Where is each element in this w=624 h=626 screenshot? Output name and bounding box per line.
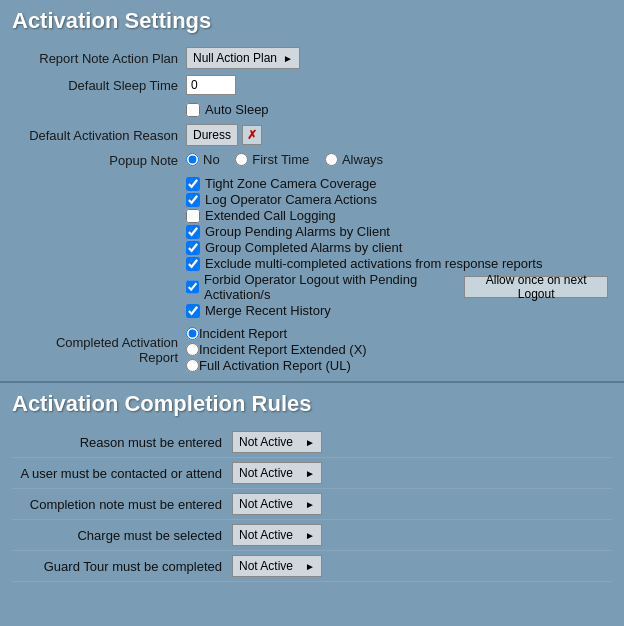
popup-note-always-label: Always <box>342 152 383 167</box>
completion-row-arrow: ► <box>305 437 315 448</box>
report-note-dropdown-arrow: ► <box>283 53 293 64</box>
report-note-action-plan-dropdown[interactable]: Null Action Plan ► <box>186 47 300 69</box>
merge-recent-label: Merge Recent History <box>205 303 331 318</box>
activation-settings-title: Activation Settings <box>12 8 612 34</box>
completion-rules-container: Reason must be entered Not Active ► A us… <box>12 427 612 582</box>
completion-row: Completion note must be entered Not Acti… <box>12 489 612 520</box>
group-pending-label: Group Pending Alarms by Client <box>205 224 390 239</box>
log-operator-label: Log Operator Camera Actions <box>205 192 377 207</box>
merge-recent-checkbox[interactable] <box>186 304 200 318</box>
completion-row-label: Guard Tour must be completed <box>12 559 232 574</box>
incident-report-label: Incident Report <box>199 326 287 341</box>
clear-activation-reason-button[interactable]: ✗ <box>242 125 262 145</box>
completion-row-label: Completion note must be entered <box>12 497 232 512</box>
log-operator-checkbox[interactable] <box>186 193 200 207</box>
auto-sleep-spacer <box>12 98 182 121</box>
completion-row-arrow: ► <box>305 468 315 479</box>
forbid-operator-checkbox[interactable] <box>186 280 199 294</box>
completion-row-value: Not Active <box>239 497 293 511</box>
completion-row-value: Not Active <box>239 435 293 449</box>
auto-sleep-label: Auto Sleep <box>205 102 269 117</box>
report-note-action-plan-value: Null Action Plan <box>193 51 277 65</box>
popup-note-firsttime-option[interactable]: First Time <box>235 152 309 167</box>
completion-row-arrow: ► <box>305 499 315 510</box>
completion-row-value: Not Active <box>239 559 293 573</box>
exclude-multi-label: Exclude multi-completed activations from… <box>205 256 542 271</box>
tight-zone-label: Tight Zone Camera Coverage <box>205 176 377 191</box>
completion-row: Charge must be selected Not Active ► <box>12 520 612 551</box>
completion-row-label: Charge must be selected <box>12 528 232 543</box>
popup-note-no-label: No <box>203 152 220 167</box>
popup-note-firsttime-radio[interactable] <box>235 153 248 166</box>
popup-note-firsttime-label: First Time <box>252 152 309 167</box>
popup-note-always-radio[interactable] <box>325 153 338 166</box>
completed-activation-report-label: Completed Activation Report <box>12 322 182 377</box>
default-activation-reason-dropdown[interactable]: Duress <box>186 124 238 146</box>
tight-zone-checkbox[interactable] <box>186 177 200 191</box>
completion-row-dropdown[interactable]: Not Active ► <box>232 431 322 453</box>
incident-report-radio[interactable] <box>186 327 199 340</box>
checkboxes-spacer <box>12 172 182 322</box>
exclude-multi-checkbox[interactable] <box>186 257 200 271</box>
allow-once-label: Allow once on next Logout <box>473 273 599 301</box>
completion-row-value: Not Active <box>239 528 293 542</box>
full-activation-report-label: Full Activation Report (UL) <box>199 358 351 373</box>
group-completed-label: Group Completed Alarms by client <box>205 240 402 255</box>
default-sleep-time-label: Default Sleep Time <box>12 72 182 98</box>
completion-row: Reason must be entered Not Active ► <box>12 427 612 458</box>
incident-report-extended-radio[interactable] <box>186 343 199 356</box>
incident-report-extended-label: Incident Report Extended (X) <box>199 342 367 357</box>
completion-row-dropdown[interactable]: Not Active ► <box>232 555 322 577</box>
extended-call-label: Extended Call Logging <box>205 208 336 223</box>
completion-row-dropdown[interactable]: Not Active ► <box>232 524 322 546</box>
completion-row-value: Not Active <box>239 466 293 480</box>
report-note-label: Report Note Action Plan <box>12 44 182 72</box>
default-activation-reason-value: Duress <box>193 128 231 142</box>
popup-note-no-radio[interactable] <box>186 153 199 166</box>
default-sleep-time-input[interactable] <box>186 75 236 95</box>
completion-row-label: Reason must be entered <box>12 435 232 450</box>
completion-row-arrow: ► <box>305 561 315 572</box>
allow-once-button[interactable]: Allow once on next Logout <box>464 276 608 298</box>
completion-row-dropdown[interactable]: Not Active ► <box>232 493 322 515</box>
completion-row-arrow: ► <box>305 530 315 541</box>
popup-note-always-option[interactable]: Always <box>325 152 383 167</box>
extended-call-checkbox[interactable] <box>186 209 200 223</box>
popup-note-label: Popup Note <box>12 149 182 172</box>
auto-sleep-checkbox[interactable] <box>186 103 200 117</box>
completion-row: Guard Tour must be completed Not Active … <box>12 551 612 582</box>
full-activation-report-radio[interactable] <box>186 359 199 372</box>
group-completed-checkbox[interactable] <box>186 241 200 255</box>
completion-row: A user must be contacted or attend Not A… <box>12 458 612 489</box>
default-activation-reason-label: Default Activation Reason <box>12 121 182 149</box>
completion-row-label: A user must be contacted or attend <box>12 466 232 481</box>
completion-row-dropdown[interactable]: Not Active ► <box>232 462 322 484</box>
completion-rules-title: Activation Completion Rules <box>12 391 612 417</box>
group-pending-checkbox[interactable] <box>186 225 200 239</box>
popup-note-no-option[interactable]: No <box>186 152 220 167</box>
forbid-operator-label: Forbid Operator Logout with Pending Acti… <box>204 272 456 302</box>
